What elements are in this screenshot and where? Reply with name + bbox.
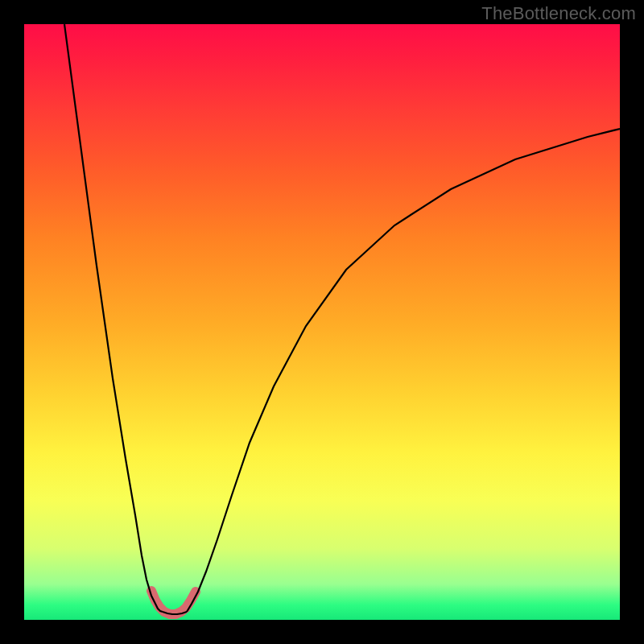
notch-highlight-icon <box>151 591 196 614</box>
bottleneck-curve <box>64 24 620 614</box>
curve-right-branch <box>187 129 620 612</box>
chart-frame: TheBottleneck.com <box>0 0 644 644</box>
plot-area <box>24 24 620 620</box>
curve-layer <box>24 24 620 620</box>
curve-left-branch <box>64 24 163 612</box>
pink-highlight-path <box>151 591 196 614</box>
watermark-text: TheBottleneck.com <box>481 3 636 24</box>
